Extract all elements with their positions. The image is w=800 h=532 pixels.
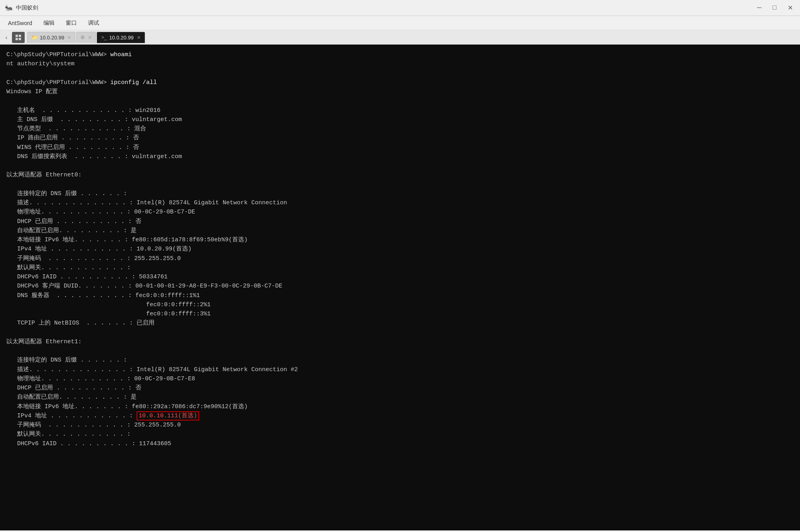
svg-rect-0: [16, 35, 18, 37]
tab-settings[interactable]: ⚙ ✕: [76, 32, 96, 43]
window-controls: ─ □ ✕: [755, 3, 795, 12]
menu-window[interactable]: 窗口: [61, 18, 82, 28]
tab-back-button[interactable]: ‹: [2, 32, 11, 43]
tab-terminal-close[interactable]: ✕: [137, 35, 141, 40]
svg-rect-2: [16, 38, 18, 40]
tab-file-close[interactable]: ✕: [67, 35, 71, 40]
terminal-output: C:\phpStudy\PHPTutorial\WWW> whoami nt a…: [0, 45, 800, 530]
settings-icon: ⚙: [80, 35, 85, 40]
title-bar: 🐜 中国蚁剑 ─ □ ✕: [0, 0, 800, 16]
tab-bar: ‹ 📁 10.0.20.99 ✕ ⚙ ✕ >_ 10.0.20.99 ✕: [0, 30, 800, 45]
tab-terminal-label: 10.0.20.99: [109, 35, 133, 41]
menu-bar: AntSword 编辑 窗口 调试: [0, 16, 800, 30]
terminal-icon: >_: [101, 35, 107, 40]
app-title: 中国蚁剑: [16, 4, 38, 12]
svg-rect-3: [19, 38, 21, 40]
minimize-button[interactable]: ─: [755, 3, 764, 12]
svg-rect-1: [19, 35, 21, 37]
tab-terminal[interactable]: >_ 10.0.20.99 ✕: [97, 32, 145, 43]
app-icon: 🐜: [5, 4, 13, 12]
menu-edit[interactable]: 编辑: [39, 18, 59, 28]
title-bar-left: 🐜 中国蚁剑: [5, 4, 38, 12]
maximize-button[interactable]: □: [770, 3, 779, 12]
menu-antsword[interactable]: AntSword: [3, 18, 37, 28]
tab-grid-button[interactable]: [12, 32, 25, 43]
menu-debug[interactable]: 调试: [83, 18, 104, 28]
folder-icon: 📁: [31, 35, 37, 40]
tab-file-manager[interactable]: 📁 10.0.20.99 ✕: [27, 32, 75, 43]
tab-settings-close[interactable]: ✕: [88, 35, 92, 40]
close-button[interactable]: ✕: [785, 3, 795, 12]
tab-file-label: 10.0.20.99: [40, 35, 64, 41]
